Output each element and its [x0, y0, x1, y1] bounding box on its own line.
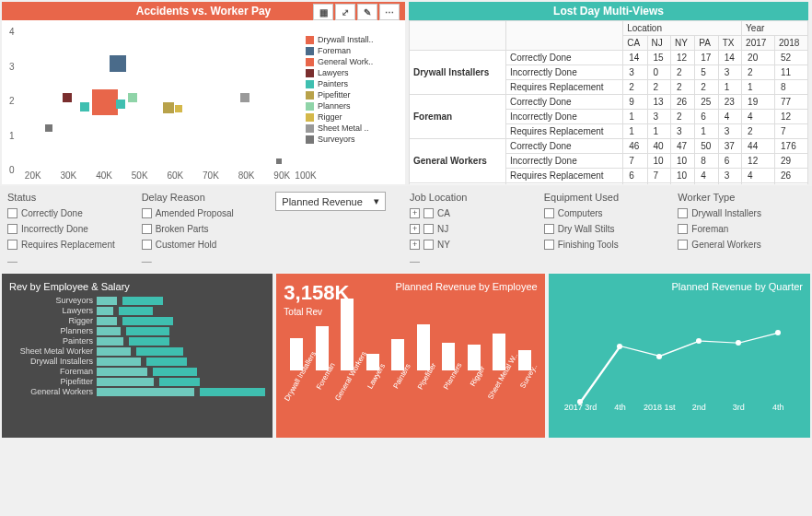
- line-point: [736, 340, 741, 346]
- line-label: 4th: [772, 403, 784, 412]
- filter-item[interactable]: Requires Replacement: [7, 240, 134, 250]
- hbar-row: Foreman: [9, 367, 265, 376]
- rev-q-panel: Planned Revenue by Quarter 2017 3rd4th20…: [549, 274, 810, 438]
- line-point: [696, 338, 702, 344]
- filter-jobloc: Job Location +CA+NJ+NY—: [410, 192, 537, 266]
- equip-title: Equipment Used: [544, 192, 671, 203]
- rev-emp-title: Rev by Employee & Salary: [9, 281, 265, 292]
- filter-item[interactable]: Computers: [544, 208, 671, 218]
- filter-item[interactable]: Dry Wall Stilts: [544, 224, 671, 234]
- vbar: Sheet Metal W..: [489, 334, 509, 402]
- scatter-title-text: Accidents vs. Worker Pay: [136, 5, 272, 18]
- checkbox[interactable]: [7, 208, 17, 218]
- vbar-chart[interactable]: Drywall InstallersForemanGeneral Workers…: [284, 328, 537, 402]
- line-label: 2017 3rd: [564, 403, 597, 412]
- multi-view-table[interactable]: LocationYearCANJNYPATX20172018Drywall In…: [409, 20, 808, 184]
- checkbox[interactable]: [544, 240, 554, 250]
- checkbox[interactable]: [7, 224, 17, 234]
- hbar-row: Drywall Installers: [9, 357, 265, 366]
- legend-item[interactable]: Planners: [306, 101, 398, 111]
- checkbox[interactable]: [423, 240, 434, 250]
- checkbox[interactable]: [423, 208, 434, 218]
- rev-emp-panel: Rev by Employee & Salary SurveyorsLawyer…: [2, 274, 273, 438]
- filter-equip: Equipment Used ComputersDry Wall StiltsF…: [544, 192, 671, 266]
- chevron-down-icon: ▾: [374, 195, 379, 207]
- line-chart[interactable]: 2017 3rd4th2018 1st2nd3rd4th: [556, 311, 803, 412]
- legend-item[interactable]: Painters: [306, 79, 398, 88]
- delay-title: Delay Reason: [142, 192, 269, 203]
- legend-item[interactable]: Foreman: [306, 46, 398, 55]
- grid-icon[interactable]: ▦: [313, 4, 333, 20]
- checkbox[interactable]: [678, 240, 688, 250]
- checkbox[interactable]: [423, 224, 434, 234]
- hbar-row: Planners: [9, 326, 265, 335]
- hbar-row: General Workers: [9, 387, 265, 396]
- filter-item[interactable]: Amended Proposal: [142, 208, 269, 218]
- checkbox[interactable]: [678, 208, 688, 218]
- filter-item[interactable]: Customer Hold: [142, 240, 269, 250]
- legend-item[interactable]: General Work..: [306, 57, 398, 66]
- revenue-dropdown[interactable]: Planned Revenue ▾: [275, 192, 386, 211]
- table-title: Lost Day Multi-Views: [409, 2, 808, 20]
- filter-item[interactable]: Incorrectly Done: [7, 224, 134, 234]
- filter-item[interactable]: +NY: [410, 240, 537, 250]
- scatter-legend: Drywall Install..ForemanGeneral Work..La…: [306, 24, 398, 181]
- hbar-row: Pipefitter: [9, 377, 265, 386]
- scatter-panel: Accidents vs. Worker Pay ▦ ⤢ ✎ ⋯ 43 21 0…: [2, 2, 405, 184]
- wtype-title: Worker Type: [678, 192, 805, 203]
- expand-icon[interactable]: ⤢: [335, 4, 355, 20]
- hbar-row: Rigger: [9, 316, 265, 325]
- filter-item[interactable]: +NJ: [410, 224, 537, 234]
- scatter-plot[interactable]: 43 21 0 20K30K 40K50K 60K70K 80K90K 100K: [9, 24, 306, 181]
- filter-item[interactable]: Finishing Tools: [544, 240, 671, 250]
- hbar-row: Painters: [9, 336, 265, 346]
- line-label: 2nd: [692, 403, 706, 412]
- filter-item[interactable]: Drywall Installers: [678, 208, 805, 218]
- rev-plan-title: Planned Revenue by Employee: [396, 281, 538, 313]
- checkbox[interactable]: [7, 240, 17, 250]
- filter-item[interactable]: Correctly Done: [7, 208, 134, 218]
- rev-plan-panel: 3,158K Total Rev Planned Revenue by Empl…: [276, 274, 544, 438]
- vbar: Drywall Installers: [286, 338, 307, 402]
- checkbox[interactable]: [142, 240, 152, 250]
- rev-q-title: Planned Revenue by Quarter: [556, 281, 803, 292]
- filter-item[interactable]: General Workers: [678, 240, 805, 250]
- checkbox[interactable]: [142, 208, 152, 218]
- filter-dropdown-col: Planned Revenue ▾: [275, 192, 402, 266]
- scatter-toolbar: ▦ ⤢ ✎ ⋯: [313, 4, 400, 20]
- legend-item[interactable]: Surveyors: [306, 135, 398, 144]
- line-label: 3rd: [733, 403, 745, 412]
- line-point: [775, 330, 781, 335]
- jobloc-title: Job Location: [410, 192, 537, 203]
- checkbox[interactable]: [544, 224, 554, 234]
- legend-item[interactable]: Pipefitter: [306, 90, 398, 100]
- legend-item[interactable]: Lawyers: [306, 68, 398, 77]
- filter-delay: Delay Reason Amended ProposalBroken Part…: [142, 192, 269, 266]
- legend-item[interactable]: Drywall Install..: [306, 35, 398, 44]
- line-point: [617, 344, 622, 349]
- filter-item[interactable]: +CA: [410, 208, 537, 218]
- line-label: 4th: [614, 403, 626, 412]
- hbar-chart[interactable]: SurveyorsLawyersRiggerPlannersPaintersSh…: [9, 296, 265, 396]
- checkbox[interactable]: [544, 208, 554, 218]
- hbar-row: Surveyors: [9, 296, 265, 305]
- vbar: General Workers: [337, 299, 357, 402]
- filter-bar: Status Correctly DoneIncorrectly DoneReq…: [0, 186, 812, 272]
- legend-item[interactable]: Rigger: [306, 112, 398, 122]
- filter-wtype: Worker Type Drywall InstallersForemanGen…: [678, 192, 805, 266]
- checkbox[interactable]: [678, 224, 688, 234]
- table-panel: Lost Day Multi-Views LocationYearCANJNYP…: [409, 2, 808, 184]
- filter-item[interactable]: Broken Parts: [142, 224, 269, 234]
- hbar-row: Lawyers: [9, 306, 265, 315]
- checkbox[interactable]: [142, 224, 152, 234]
- legend-item[interactable]: Sheet Metal ..: [306, 123, 398, 133]
- edit-icon[interactable]: ✎: [357, 4, 377, 20]
- filter-status: Status Correctly DoneIncorrectly DoneReq…: [7, 192, 134, 266]
- line-label: 2018 1st: [644, 403, 676, 412]
- filter-item[interactable]: Foreman: [678, 224, 805, 234]
- scatter-title: Accidents vs. Worker Pay ▦ ⤢ ✎ ⋯: [2, 2, 405, 20]
- hbar-row: Sheet Metal Worker: [9, 346, 265, 356]
- status-title: Status: [7, 192, 134, 203]
- more-icon[interactable]: ⋯: [379, 4, 400, 20]
- line-point: [656, 354, 662, 359]
